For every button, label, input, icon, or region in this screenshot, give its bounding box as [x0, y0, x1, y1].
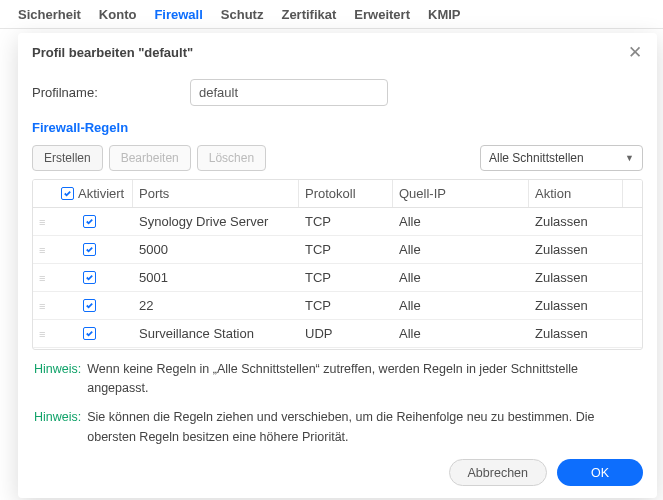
cell-source: Alle	[393, 298, 529, 313]
cell-source: Alle	[393, 214, 529, 229]
edit-profile-modal: Profil bearbeiten "default" ✕ Profilname…	[18, 33, 657, 498]
table-row[interactable]: ≡22TCPAlleZulassen	[33, 292, 642, 320]
row-enabled-checkbox[interactable]	[83, 299, 96, 312]
delete-button: Löschen	[197, 145, 266, 171]
row-enabled-checkbox[interactable]	[83, 243, 96, 256]
cell-protocol: TCP	[299, 270, 393, 285]
row-enabled-checkbox[interactable]	[83, 327, 96, 340]
col-activated: Aktiviert	[78, 186, 124, 201]
drag-handle-icon[interactable]: ≡	[33, 300, 55, 312]
chevron-down-icon: ▼	[625, 153, 634, 163]
cell-source: Alle	[393, 326, 529, 341]
cell-action: Zulassen	[529, 242, 623, 257]
row-enabled-checkbox[interactable]	[83, 271, 96, 284]
table-header: Aktiviert Ports Protokoll Quell-IP Aktio…	[33, 180, 642, 208]
cell-protocol: TCP	[299, 242, 393, 257]
cell-source: Alle	[393, 242, 529, 257]
tab-sicherheit[interactable]: Sicherheit	[18, 7, 81, 28]
interface-select-value: Alle Schnittstellen	[489, 151, 584, 165]
hint-text-2: Sie können die Regeln ziehen und verschi…	[87, 408, 641, 447]
rules-toolbar: Erstellen Bearbeiten Löschen Alle Schnit…	[32, 145, 643, 179]
select-all-checkbox[interactable]	[61, 187, 74, 200]
tab-kmip[interactable]: KMIP	[428, 7, 461, 28]
tab-erweitert[interactable]: Erweitert	[354, 7, 410, 28]
hint-label: Hinweis:	[34, 408, 81, 447]
col-action: Aktion	[529, 180, 623, 207]
tab-konto[interactable]: Konto	[99, 7, 137, 28]
tab-zertifikat[interactable]: Zertifikat	[281, 7, 336, 28]
cell-ports: Synology Drive Server	[133, 214, 299, 229]
cancel-button[interactable]: Abbrechen	[449, 459, 547, 486]
drag-handle-icon[interactable]: ≡	[33, 216, 55, 228]
tab-firewall[interactable]: Firewall	[154, 7, 202, 28]
cell-ports: 22	[133, 298, 299, 313]
drag-handle-icon[interactable]: ≡	[33, 328, 55, 340]
cell-action: Zulassen	[529, 326, 623, 341]
cell-ports: 5000	[133, 242, 299, 257]
background-tabs: SicherheitKontoFirewallSchutzZertifikatE…	[0, 0, 663, 29]
cell-ports: Surveillance Station	[133, 326, 299, 341]
col-protocol: Protokoll	[299, 180, 393, 207]
tab-schutz[interactable]: Schutz	[221, 7, 264, 28]
col-source: Quell-IP	[393, 180, 529, 207]
rules-table: Aktiviert Ports Protokoll Quell-IP Aktio…	[32, 179, 643, 350]
cell-ports: 5001	[133, 270, 299, 285]
cell-protocol: TCP	[299, 214, 393, 229]
interface-select[interactable]: Alle Schnittstellen ▼	[480, 145, 643, 171]
col-ports: Ports	[133, 180, 299, 207]
table-row[interactable]: ≡Surveillance StationUDPAlleZulassen	[33, 320, 642, 348]
profile-name-input[interactable]	[190, 79, 388, 106]
row-enabled-checkbox[interactable]	[83, 215, 96, 228]
create-button[interactable]: Erstellen	[32, 145, 103, 171]
table-row[interactable]: ≡5000TCPAlleZulassen	[33, 236, 642, 264]
hint-label: Hinweis:	[34, 360, 81, 399]
cell-action: Zulassen	[529, 270, 623, 285]
ok-button[interactable]: OK	[557, 459, 643, 486]
table-row[interactable]: ≡Synology Drive ServerTCPAlleZulassen	[33, 208, 642, 236]
modal-title: Profil bearbeiten "default"	[32, 45, 193, 60]
close-icon[interactable]: ✕	[627, 44, 643, 60]
edit-button: Bearbeiten	[109, 145, 191, 171]
cell-action: Zulassen	[529, 298, 623, 313]
cell-protocol: TCP	[299, 298, 393, 313]
drag-handle-icon[interactable]: ≡	[33, 244, 55, 256]
cell-source: Alle	[393, 270, 529, 285]
cell-protocol: UDP	[299, 326, 393, 341]
table-row[interactable]: ≡5001TCPAlleZulassen	[33, 264, 642, 292]
drag-handle-icon[interactable]: ≡	[33, 272, 55, 284]
tab-firewall-rules[interactable]: Firewall-Regeln	[32, 118, 643, 145]
cell-action: Zulassen	[529, 214, 623, 229]
profile-name-label: Profilname:	[32, 85, 190, 100]
hint-text-1: Wenn keine Regeln in „Alle Schnittstelle…	[87, 360, 641, 399]
